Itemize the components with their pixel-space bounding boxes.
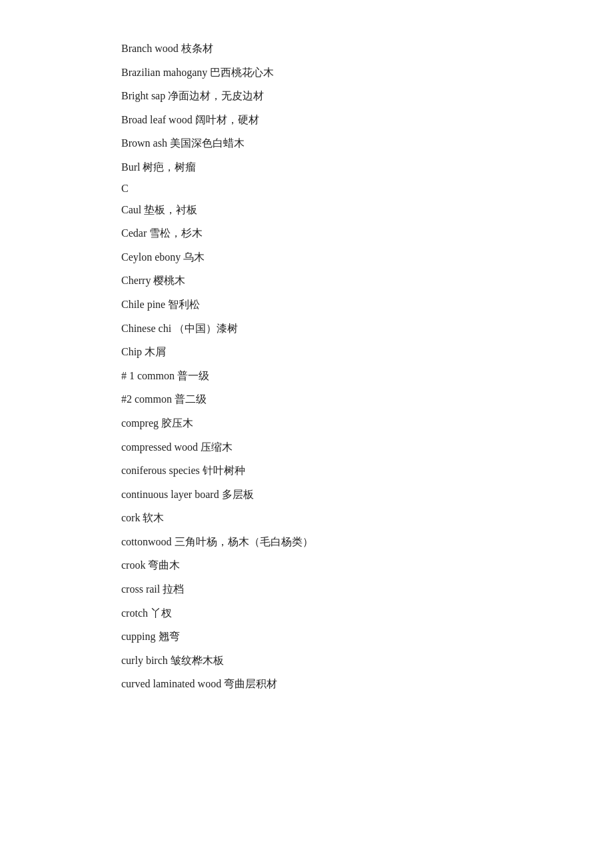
- entry-curly-birch: curly birch 皱纹桦木板: [121, 652, 560, 669]
- entry-ceylon-ebony: Ceylon ebony 乌木: [121, 249, 560, 266]
- entry-compressed-wood: compressed wood 压缩木: [121, 439, 560, 456]
- entry-coniferous-species: coniferous species 针叶树种: [121, 462, 560, 479]
- entry-brazilian-mahogany: Brazilian mahogany 巴西桃花心木: [121, 64, 560, 81]
- entry-chile-pine: Chile pine 智利松: [121, 296, 560, 313]
- entry-branch-wood: Branch wood 枝条材: [121, 40, 560, 57]
- entry-2-common: #2 common 普二级: [121, 391, 560, 408]
- entry-broad-leaf-wood: Broad leaf wood 阔叶材，硬材: [121, 111, 560, 129]
- entry-caul: Caul 垫板，衬板: [121, 201, 560, 219]
- entry-cork: cork 软木: [121, 509, 560, 527]
- entries-container: Branch wood 枝条材Brazilian mahogany 巴西桃花心木…: [121, 40, 560, 693]
- entry-cedar: Cedar 雪松，杉木: [121, 225, 560, 242]
- entry-continuous-layer-board: continuous layer board 多层板: [121, 486, 560, 503]
- entry-cherry: Cherry 樱桃木: [121, 272, 560, 289]
- entry-crook: crook 弯曲木: [121, 557, 560, 574]
- entry-brown-ash: Brown ash 美国深色白蜡木: [121, 135, 560, 152]
- entry-c-letter: C: [121, 183, 560, 195]
- entry-chip: Chip 木屑: [121, 343, 560, 361]
- entry-crotch: crotch 丫杈: [121, 605, 560, 622]
- entry-burl: Burl 树疤，树瘤: [121, 159, 560, 176]
- entry-cottonwood: cottonwood 三角叶杨，杨木（毛白杨类）: [121, 533, 560, 551]
- page-content: Branch wood 枝条材Brazilian mahogany 巴西桃花心木…: [0, 0, 613, 739]
- entry-compreg: compreg 胶压木: [121, 415, 560, 432]
- entry-bright-sap: Bright sap 净面边材，无皮边材: [121, 87, 560, 105]
- entry-1-common: # 1 common 普一级: [121, 367, 560, 385]
- entry-curved-laminated-wood: curved laminated wood 弯曲层积材: [121, 675, 560, 693]
- entry-chinese-chi: Chinese chi （中国）漆树: [121, 320, 560, 337]
- entry-cross-rail: cross rail 拉档: [121, 581, 560, 598]
- entry-cupping: cupping 翘弯: [121, 628, 560, 645]
